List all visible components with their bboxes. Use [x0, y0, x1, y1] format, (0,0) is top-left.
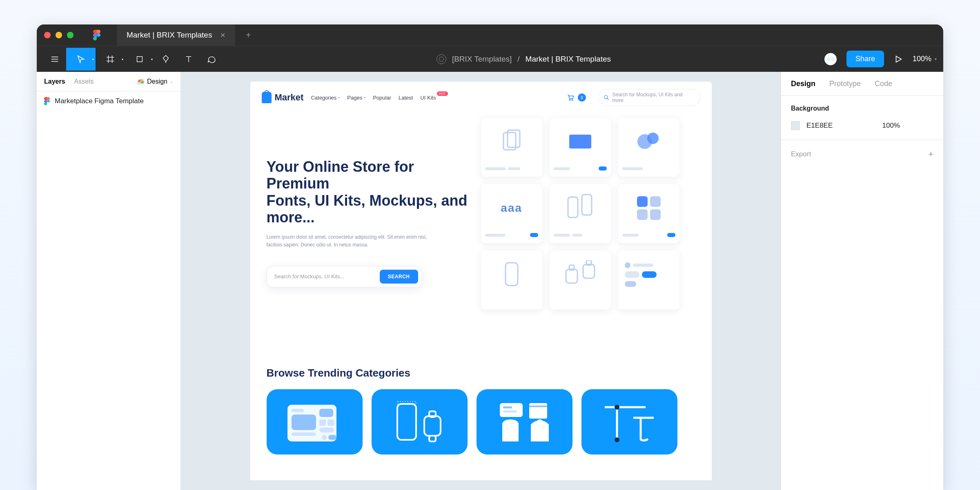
category-card-uikit[interactable]: [267, 389, 363, 455]
layer-item[interactable]: Marketplace Figma Template: [37, 91, 180, 111]
chevron-down-icon: ▾: [92, 57, 94, 61]
site-menu: Categories▾ Pages▾ Popular Latest UI Kit…: [311, 95, 448, 101]
site-nav: Market Categories▾ Pages▾ Popular Latest…: [250, 82, 712, 113]
svg-point-35: [322, 435, 327, 440]
color-swatch[interactable]: [791, 121, 800, 130]
main-menu-button[interactable]: [43, 48, 66, 71]
tab-assets[interactable]: Assets: [74, 78, 94, 85]
product-card[interactable]: [550, 118, 611, 177]
svg-rect-25: [583, 264, 595, 278]
trending-heading: Browse Trending Categories: [267, 367, 695, 379]
hot-badge: HOT: [437, 91, 448, 96]
product-card[interactable]: [481, 251, 542, 310]
tab-layers[interactable]: Layers: [44, 78, 65, 85]
canvas[interactable]: Market Categories▾ Pages▾ Popular Latest…: [181, 72, 781, 490]
product-card[interactable]: [481, 118, 542, 177]
maximize-window-button[interactable]: [67, 32, 74, 38]
toolbar-left: ▾ ▾ ▾: [43, 48, 223, 71]
cart-button[interactable]: 3: [566, 93, 586, 102]
file-tab[interactable]: Market | BRIX Templates ✕: [117, 24, 235, 46]
trending-section: Browse Trending Categories: [250, 355, 712, 455]
svg-rect-34: [292, 432, 316, 436]
background-opacity[interactable]: 100%: [882, 122, 900, 130]
svg-rect-28: [292, 415, 316, 430]
frame-icon: [44, 97, 50, 105]
pen-tool[interactable]: [154, 48, 177, 71]
page-dropdown-label: Design: [147, 78, 167, 85]
svg-point-19: [647, 133, 659, 144]
breadcrumb-separator: /: [517, 55, 519, 64]
hero-cards-grid: aaa: [481, 118, 695, 310]
tab-prototype[interactable]: Prototype: [829, 80, 861, 88]
svg-rect-32: [327, 419, 334, 426]
svg-rect-44: [503, 410, 517, 412]
product-card[interactable]: aaa: [481, 184, 542, 243]
breadcrumb[interactable]: [BRIX Templates] / Market | BRIX Templat…: [437, 54, 611, 64]
svg-point-12: [572, 100, 572, 100]
svg-rect-46: [529, 406, 547, 407]
menu-categories[interactable]: Categories▾: [311, 95, 340, 101]
background-section: Background E1E8EE 100%: [781, 95, 943, 140]
svg-rect-31: [319, 419, 326, 426]
menu-latest[interactable]: Latest: [399, 95, 413, 101]
cart-count-badge: 3: [578, 93, 586, 102]
move-tool[interactable]: ▾: [66, 48, 96, 71]
close-window-button[interactable]: [44, 32, 51, 38]
svg-point-51: [615, 405, 619, 410]
artboard[interactable]: Market Categories▾ Pages▾ Popular Latest…: [250, 82, 712, 480]
menu-uikits[interactable]: UI KitsHOT: [420, 95, 448, 101]
breadcrumb-file: Market | BRIX Templates: [526, 55, 611, 64]
category-row: [267, 389, 695, 455]
hero-left: Your Online Store for Premium Fonts, UI …: [267, 130, 481, 322]
figma-window: Market | BRIX Templates ✕ + ▾ ▾ ▾: [37, 24, 943, 490]
comment-tool[interactable]: [200, 48, 223, 71]
frame-tool[interactable]: ▾: [96, 48, 125, 71]
hero-search-input[interactable]: [274, 273, 380, 279]
svg-rect-20: [568, 197, 578, 217]
svg-marker-10: [896, 56, 901, 62]
shape-tool[interactable]: ▾: [125, 48, 154, 71]
category-card-ecommerce[interactable]: [477, 389, 572, 455]
export-heading: Export: [791, 150, 811, 158]
layer-name: Marketplace Figma Template: [55, 97, 144, 105]
background-hex[interactable]: E1E8EE: [806, 122, 833, 130]
svg-rect-23: [566, 269, 577, 283]
chevron-down-icon: ⌄: [170, 79, 173, 84]
share-button[interactable]: Share: [846, 51, 884, 67]
chevron-down-icon: ▾: [364, 96, 365, 100]
text-tool[interactable]: [177, 48, 200, 71]
visibility-toggle[interactable]: [925, 120, 933, 131]
product-card[interactable]: [618, 118, 679, 177]
close-tab-icon[interactable]: ✕: [220, 31, 225, 39]
product-card[interactable]: [550, 184, 611, 243]
zoom-dropdown[interactable]: 100% ▾: [913, 55, 937, 63]
menu-popular[interactable]: Popular: [373, 95, 391, 101]
present-button[interactable]: [894, 48, 903, 71]
figma-logo-icon[interactable]: [93, 30, 100, 40]
site-logo[interactable]: Market: [262, 92, 304, 103]
tab-code[interactable]: Code: [875, 80, 892, 88]
category-card-mockups[interactable]: [372, 389, 468, 455]
add-export-button[interactable]: +: [928, 149, 933, 160]
svg-point-13: [604, 95, 607, 99]
svg-rect-45: [529, 403, 547, 419]
chevron-down-icon: ▾: [151, 57, 153, 61]
menu-pages[interactable]: Pages▾: [347, 95, 365, 101]
user-avatar[interactable]: ⁘⁘: [824, 53, 837, 65]
product-card[interactable]: [550, 251, 611, 310]
new-tab-button[interactable]: +: [242, 31, 255, 40]
product-card[interactable]: [618, 184, 679, 243]
hero-search-button[interactable]: SEARCH: [380, 270, 418, 284]
palette-icon: [137, 79, 145, 84]
tab-design[interactable]: Design: [791, 80, 815, 88]
minimize-window-button[interactable]: [56, 32, 62, 38]
page-dropdown[interactable]: Design ⌄: [137, 78, 173, 85]
chevron-down-icon: ▾: [338, 96, 340, 100]
team-avatar-icon: [437, 54, 446, 64]
category-card-fonts[interactable]: [581, 389, 677, 455]
hero-search: SEARCH: [267, 266, 422, 287]
left-panel-tabs: Layers Assets Design ⌄: [37, 72, 180, 91]
background-row[interactable]: E1E8EE 100%: [791, 120, 933, 131]
product-card[interactable]: [618, 251, 679, 310]
nav-search[interactable]: Search for Mockups, UI Kits and more: [598, 89, 700, 106]
